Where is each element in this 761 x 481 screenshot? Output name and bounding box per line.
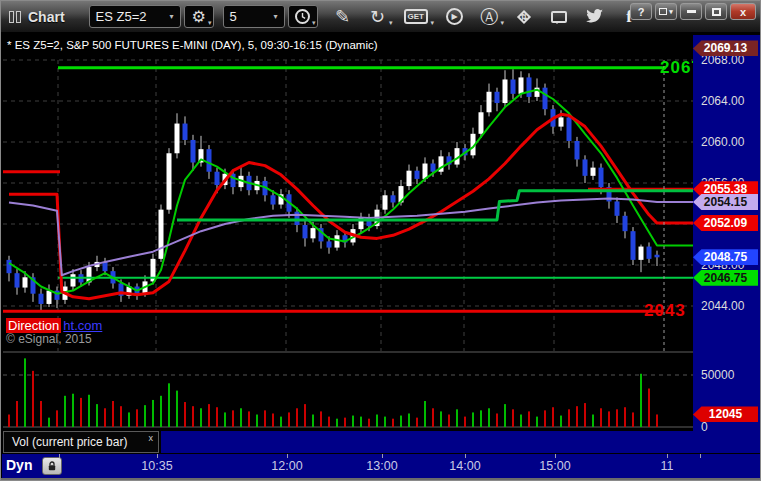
time-tick [465,454,466,458]
price-tag: 2054.15 [693,194,758,210]
time-tick [700,454,701,458]
play-button[interactable]: ▶ [445,6,463,28]
get-button[interactable]: GET ▾ [404,6,428,28]
copyright-notice: © eSignal, 2015 [6,332,92,346]
help-button[interactable]: ? [630,3,652,20]
dynamic-mode-label: Dyn [6,457,32,473]
time-label: 12:00 [257,459,317,473]
clock-icon [294,8,311,25]
volume-bars [8,358,658,427]
titlebar: Chart ES Z5=2 ▾ ⚙ ▾ 5 ▾ ▾ ✎ ↻ ▾ [1,1,761,33]
chevron-down-icon: ▾ [389,19,393,27]
interval-value: 5 [230,9,237,24]
volume-tick-label: 50000 [701,368,734,382]
indicator-tab-row: Vol (current price bar) x [3,431,760,453]
price-tick-label: 2060.00 [701,135,744,149]
send-diamond-icon: ⇅ [517,9,531,23]
time-label: 14:00 [435,459,495,473]
window-title: Chart [28,9,65,25]
price-tag: 2052.09 [693,215,758,231]
auto-button[interactable]: Ⓐ ▾ [480,6,498,28]
refresh-button[interactable]: ↻ ▾ [369,6,387,28]
tab-row-filler [161,431,760,453]
close-button[interactable]: x [730,3,756,20]
time-label: 10:35 [127,459,187,473]
price-volume-chart[interactable] [3,35,693,431]
chevron-down-icon: ▾ [312,19,316,27]
minimize-icon [687,10,696,13]
time-tick [667,454,668,458]
volume-tab-label: Vol (current price bar) [12,435,127,449]
symbol-dropdown[interactable]: ES Z5=2 ▾ [89,5,181,28]
up-down-arrows-icon: ⇅ [520,12,528,22]
play-icon: ▶ [446,8,463,25]
time-settings-button[interactable]: ▾ [288,5,318,28]
time-label: 15:00 [525,459,585,473]
app-icon [9,11,21,23]
time-tick [287,454,288,458]
auto-icon: Ⓐ [480,5,498,29]
price-tag: 12045 [693,406,758,422]
lock-button[interactable] [42,457,62,475]
chevron-down-icon: ▾ [170,12,174,21]
time-axis[interactable]: Dyn 10:3512:0013:0014:0015:0011 [2,453,761,478]
chevron-down-icon: ▾ [431,19,435,27]
minimize-button[interactable] [680,3,702,20]
time-label: 13:00 [352,459,412,473]
watermark: Direction ht.com [6,318,102,333]
pencil-icon: ✎ [335,6,350,28]
volume-tab[interactable]: Vol (current price bar) x [3,431,159,453]
chart-area: * ES Z5=2, S&P 500 FUTURES E-MINI (DAY),… [3,35,693,431]
price-tag: 2046.75 [693,270,758,286]
close-icon[interactable]: x [149,433,154,443]
time-label: 11 [637,459,697,473]
refresh-icon: ↻ [370,6,385,28]
maximize-icon [712,8,721,16]
gear-icon: ⚙ [191,7,205,26]
window-controls: ? ▾ x [630,3,756,20]
lock-icon [46,460,58,472]
watermark-link[interactable]: ht.com [63,318,102,333]
symbol-settings-button[interactable]: ⚙ ▾ [184,5,214,28]
watermark-brand: Direction [6,318,61,333]
price-tick-label: 2064.00 [701,94,744,108]
draw-button[interactable]: ✎ [334,6,352,28]
maximize-button[interactable] [705,3,727,20]
price-tick-label: 2044.00 [701,299,744,313]
chevron-down-icon: ▾ [208,19,212,27]
chevron-down-icon: ▾ [274,12,278,21]
chevron-down-icon: ▾ [669,8,673,16]
interval-dropdown[interactable]: 5 ▾ [223,5,285,28]
price-tag: 2048.75 [693,249,758,265]
level-price-label: 2043 [644,301,686,321]
dock-button[interactable]: ▾ [655,3,677,20]
chevron-down-icon: ▾ [501,19,505,27]
time-tick [59,454,60,458]
chart-title: * ES Z5=2, S&P 500 FUTURES E-MINI (DAY),… [7,39,378,51]
comment-icon [551,11,567,23]
time-tick [555,454,556,458]
time-tick [382,454,383,458]
chart-window: Chart ES Z5=2 ▾ ⚙ ▾ 5 ▾ ▾ ✎ ↻ ▾ [0,0,761,481]
dock-window-icon [659,8,667,15]
time-tick [157,454,158,458]
price-axis[interactable]: 2068.002064.002060.002056.002052.002048.… [693,35,760,431]
twitter-button[interactable] [585,6,603,28]
symbol-value: ES Z5=2 [96,9,147,24]
get-icon: GET [404,9,428,24]
comment-button[interactable] [550,6,568,28]
price-tag: 2069.13 [693,40,758,56]
share-button[interactable]: ⇅ [515,6,533,28]
twitter-icon [585,9,603,24]
